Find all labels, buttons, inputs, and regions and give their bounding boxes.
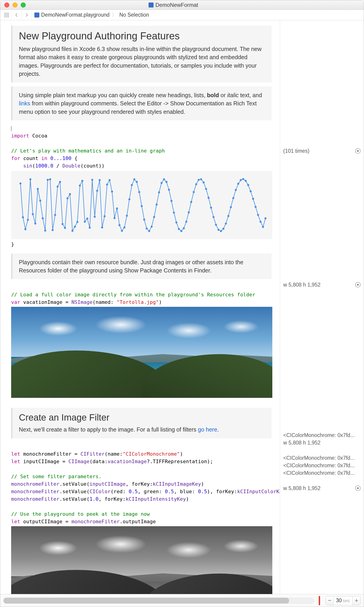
code-filter[interactable]: let monochromeFilter = CIFilter(name:"CI… xyxy=(11,450,272,525)
svg-point-67 xyxy=(175,222,177,224)
editor-pane[interactable]: New Playground Authoring Features New pl… xyxy=(0,20,280,594)
time-increase-button[interactable]: + xyxy=(353,596,360,605)
svg-point-15 xyxy=(47,179,49,181)
svg-point-29 xyxy=(81,180,83,182)
result-row[interactable]: (101 times) xyxy=(283,148,361,154)
chevron-right-icon: 〉 xyxy=(109,11,119,18)
quicklook-icon[interactable] xyxy=(355,485,361,491)
svg-point-12 xyxy=(39,200,41,202)
svg-point-77 xyxy=(200,178,202,180)
svg-point-90 xyxy=(232,197,234,199)
svg-point-89 xyxy=(230,206,232,208)
svg-point-63 xyxy=(165,181,168,183)
svg-point-46 xyxy=(123,226,125,228)
svg-point-35 xyxy=(96,190,98,192)
svg-point-56 xyxy=(148,230,150,232)
markup-paragraph: Using simple plain text markup you can q… xyxy=(19,91,265,116)
related-items-button[interactable] xyxy=(1,11,12,19)
links-link[interactable]: links xyxy=(19,100,30,106)
svg-point-68 xyxy=(178,228,180,230)
svg-point-58 xyxy=(153,216,155,218)
horizontal-scrollbar[interactable] xyxy=(3,598,314,604)
result-row[interactable]: <CIColorMonochrome: 0x7fd... xyxy=(283,462,361,469)
breadcrumb-selection[interactable]: No Selection xyxy=(119,12,149,18)
result-row[interactable]: <CIColorMonochrome: 0x7fd... xyxy=(283,470,361,476)
svg-point-42 xyxy=(114,217,116,219)
svg-rect-0 xyxy=(5,13,6,14)
svg-point-55 xyxy=(146,227,148,229)
svg-point-25 xyxy=(71,230,74,232)
svg-point-60 xyxy=(158,191,160,193)
jump-bar: DemoNewFormat.playground 〉 No Selection xyxy=(0,10,364,20)
svg-point-69 xyxy=(181,230,182,232)
go-here-link[interactable]: go here xyxy=(198,426,217,433)
svg-point-9 xyxy=(32,213,34,215)
svg-point-93 xyxy=(240,179,242,181)
svg-point-32 xyxy=(89,227,91,229)
quicklook-icon[interactable] xyxy=(355,148,361,154)
svg-point-87 xyxy=(225,222,227,224)
resources-paragraph: Playgrounds contain their own resource b… xyxy=(19,258,265,275)
inline-image-mono xyxy=(11,526,272,594)
svg-point-78 xyxy=(203,181,205,184)
debug-bar: − 30sec + xyxy=(0,594,364,607)
svg-point-36 xyxy=(99,179,101,181)
svg-point-64 xyxy=(168,189,170,191)
svg-point-84 xyxy=(218,229,220,231)
svg-point-76 xyxy=(198,179,200,181)
svg-point-65 xyxy=(170,200,172,202)
svg-point-91 xyxy=(235,189,237,191)
result-row[interactable]: <CIColorMonochrome: 0x7fd... xyxy=(283,455,361,461)
svg-point-85 xyxy=(220,230,222,232)
breadcrumb-file[interactable]: DemoNewFormat.playground xyxy=(41,12,109,18)
svg-point-57 xyxy=(151,225,153,228)
svg-point-37 xyxy=(101,226,103,228)
svg-point-52 xyxy=(138,191,140,193)
results-sidebar: (101 times) w 5,808 h 1,952 <CIColorMono… xyxy=(280,20,364,594)
svg-point-107 xyxy=(357,284,359,286)
svg-point-98 xyxy=(252,198,254,200)
zoom-button[interactable] xyxy=(21,2,26,8)
svg-point-41 xyxy=(111,190,113,193)
svg-point-83 xyxy=(215,224,217,226)
result-row[interactable]: w 5,808 h 1,952 xyxy=(283,485,361,491)
svg-point-103 xyxy=(265,217,267,219)
time-unit: sec xyxy=(343,598,350,603)
result-row[interactable]: w 5,808 h 1,952 xyxy=(283,440,361,446)
svg-point-39 xyxy=(106,184,108,185)
minimize-button[interactable] xyxy=(13,2,17,8)
svg-point-73 xyxy=(190,201,192,203)
svg-point-26 xyxy=(74,225,76,228)
svg-point-66 xyxy=(173,211,175,213)
svg-point-11 xyxy=(37,188,39,190)
svg-point-33 xyxy=(91,179,93,181)
back-button[interactable] xyxy=(12,11,22,19)
close-button[interactable] xyxy=(4,2,9,8)
svg-point-61 xyxy=(161,182,163,184)
svg-point-20 xyxy=(59,181,61,183)
svg-point-10 xyxy=(34,222,36,224)
quicklook-icon[interactable] xyxy=(355,281,361,288)
svg-point-51 xyxy=(136,181,138,183)
result-row[interactable]: <CIColorMonochrome: 0x7fd... xyxy=(283,432,361,438)
svg-point-82 xyxy=(212,216,215,218)
titlebar: DemoNewFormat xyxy=(0,0,364,10)
svg-point-86 xyxy=(222,228,224,230)
time-decrease-button[interactable]: − xyxy=(326,596,334,605)
filter-paragraph: Next, we'll create a filter to apply to … xyxy=(19,425,265,434)
svg-point-88 xyxy=(227,215,229,217)
timeline-control: − 30sec + xyxy=(325,596,361,605)
svg-point-102 xyxy=(262,226,264,228)
svg-point-101 xyxy=(260,221,262,223)
svg-point-92 xyxy=(237,183,239,185)
code-import[interactable]: import Cocoa // Let's play with mathemat… xyxy=(11,124,272,170)
svg-point-109 xyxy=(357,487,359,489)
svg-point-54 xyxy=(143,219,145,221)
forward-button[interactable] xyxy=(22,11,32,19)
svg-point-23 xyxy=(66,197,68,199)
code-load-image[interactable]: // Load a full color image directly from… xyxy=(11,291,272,306)
code-close-brace[interactable]: } xyxy=(11,241,272,248)
result-row[interactable]: w 5,808 h 1,952 xyxy=(283,281,361,288)
svg-point-79 xyxy=(205,188,207,190)
inline-graph xyxy=(11,171,272,239)
